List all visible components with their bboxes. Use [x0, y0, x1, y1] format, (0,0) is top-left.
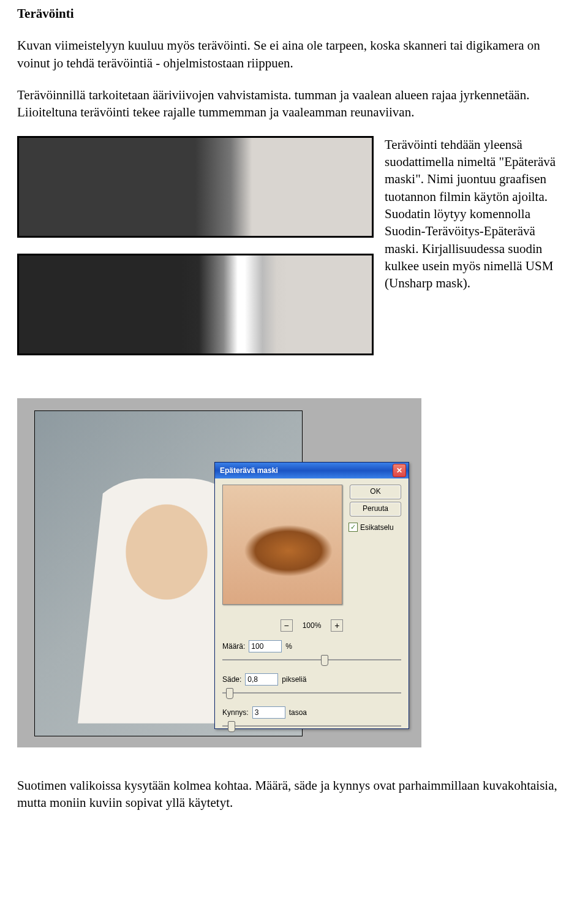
dialog-body: OK Peruuta ✓ Esikatselu − 100% + Määrä: …	[215, 478, 409, 488]
unsharp-mask-dialog: Epäterävä maski ✕ OK Peruuta ✓ Esikatsel…	[214, 462, 409, 729]
radius-param: Säde: pikseliä	[222, 673, 401, 699]
screenshot-container: Epäterävä maski ✕ OK Peruuta ✓ Esikatsel…	[17, 398, 421, 747]
ok-button[interactable]: OK	[350, 485, 401, 499]
gradient-original	[17, 136, 374, 238]
dialog-preview-image[interactable]	[222, 485, 342, 605]
threshold-slider[interactable]	[222, 720, 401, 732]
footer-paragraph: Suotimen valikoissa kysytään kolmea koht…	[17, 777, 571, 812]
gradient-stack	[17, 136, 374, 355]
radius-unit: pikseliä	[282, 675, 306, 684]
dialog-title: Epäterävä maski	[220, 466, 393, 475]
amount-label: Määrä:	[222, 641, 245, 651]
paragraph-2: Terävöinnillä tarkoitetaan ääriviivojen …	[17, 86, 571, 121]
radius-label: Säde:	[222, 675, 241, 684]
amount-slider[interactable]	[222, 654, 401, 666]
threshold-unit: tasoa	[289, 708, 307, 717]
threshold-label: Kynnys:	[222, 708, 249, 717]
preview-checkbox-label: Esikatselu	[360, 523, 394, 532]
paragraph-1: Kuvan viimeistelyyn kuuluu myös terävöin…	[17, 37, 571, 72]
gradient-figure-row: Terävöinti tehdään yleensä suodattimella…	[17, 136, 571, 355]
threshold-param: Kynnys: tasoa	[222, 706, 401, 732]
zoom-percent: 100%	[303, 621, 322, 630]
radius-input[interactable]	[245, 673, 278, 686]
amount-input[interactable]	[249, 640, 282, 652]
threshold-input[interactable]	[252, 706, 285, 719]
radius-slider[interactable]	[222, 687, 401, 699]
dialog-titlebar[interactable]: Epäterävä maski ✕	[215, 463, 409, 478]
preview-checkbox-row[interactable]: ✓ Esikatselu	[349, 523, 401, 532]
gradient-sharpened	[17, 254, 374, 355]
amount-param: Määrä: %	[222, 640, 401, 666]
zoom-out-button[interactable]: −	[281, 619, 293, 632]
amount-unit: %	[285, 641, 292, 651]
close-icon[interactable]: ✕	[393, 464, 406, 477]
zoom-controls: − 100% +	[215, 619, 409, 632]
gradient-caption-text: Terävöinti tehdään yleensä suodattimella…	[385, 136, 571, 292]
cancel-button[interactable]: Peruuta	[350, 502, 401, 516]
gradient-caption: Terävöinti tehdään yleensä suodattimella…	[385, 136, 571, 292]
zoom-in-button[interactable]: +	[331, 619, 343, 632]
preview-checkbox[interactable]: ✓	[349, 523, 358, 532]
section-title: Terävöinti	[17, 5, 571, 22]
